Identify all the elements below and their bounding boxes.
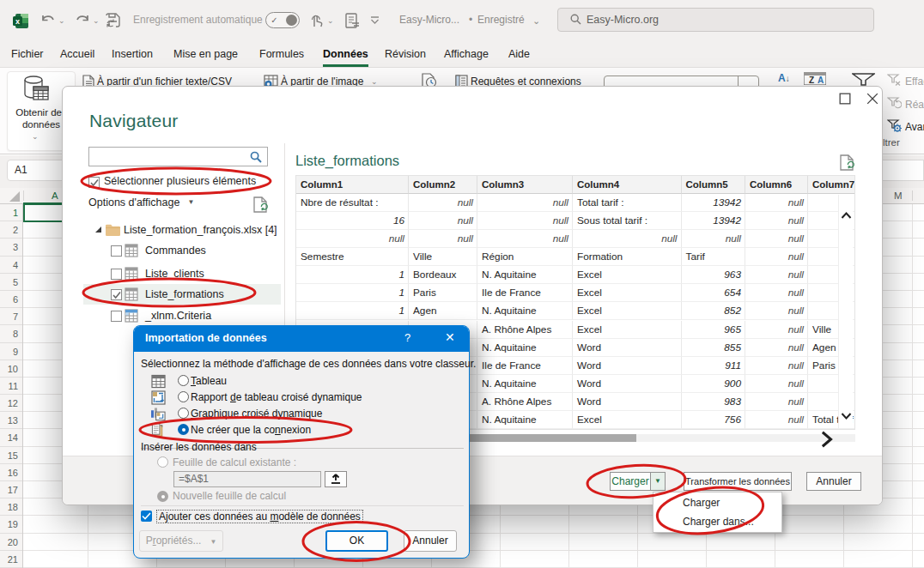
- preview-cell: Excel: [573, 284, 682, 302]
- row-header-21[interactable]: 21: [0, 551, 22, 568]
- filter-icon[interactable]: [852, 73, 875, 86]
- item-checkbox[interactable]: [111, 269, 122, 280]
- save-status[interactable]: Enregistré: [477, 14, 525, 26]
- transform-data-button[interactable]: Transformer les données: [684, 472, 792, 491]
- tree-expand-icon[interactable]: [94, 226, 102, 233]
- preview-vertical-scrollbar[interactable]: [838, 195, 853, 428]
- radio-new-sheet[interactable]: [157, 491, 168, 502]
- refresh-preview-icon-right[interactable]: [840, 154, 854, 171]
- advanced-filter-button[interactable]: Avancé: [905, 121, 924, 133]
- navigator-search-input[interactable]: [88, 147, 268, 166]
- refresh-preview-icon-left[interactable]: [253, 196, 268, 213]
- row-header-18[interactable]: 18: [0, 499, 22, 516]
- radio-pivot-chart-label: Graphique croisé dynamique: [191, 408, 322, 420]
- tab-révision[interactable]: Révision: [385, 48, 426, 64]
- row-header-11[interactable]: 11: [0, 378, 22, 395]
- row-header-13[interactable]: 13: [0, 412, 22, 429]
- scrollbar-thumb[interactable]: [465, 434, 636, 442]
- qat-customize-icon[interactable]: [370, 16, 380, 24]
- tab-aide[interactable]: Aide: [508, 48, 530, 64]
- row-header-17[interactable]: 17: [0, 481, 22, 499]
- import-options-group: Tableau Rapport de tableau croisé dynami…: [134, 326, 469, 341]
- radio-connection-only[interactable]: [178, 424, 189, 435]
- navigator-cancel-button[interactable]: Annuler: [806, 472, 861, 491]
- range-selector-button[interactable]: [325, 471, 347, 487]
- tab-mise-en-page[interactable]: Mise en page: [173, 48, 238, 64]
- import-cancel-button[interactable]: Annuler: [404, 530, 457, 552]
- preview-cell: 965: [682, 321, 746, 339]
- row-header-7[interactable]: 7: [0, 308, 22, 325]
- item-checkbox-checked[interactable]: [111, 289, 122, 300]
- item-checkbox[interactable]: [111, 245, 122, 257]
- display-options-dropdown[interactable]: Options d'affichage▼: [88, 196, 194, 208]
- row-header-8[interactable]: 8: [0, 325, 22, 342]
- sort-za-icon[interactable]: Z A: [804, 72, 826, 85]
- row-header-20[interactable]: 20: [0, 534, 22, 551]
- row-header-19[interactable]: 19: [0, 516, 22, 533]
- save-icon[interactable]: [106, 13, 121, 28]
- row-header-4[interactable]: 4: [0, 257, 22, 274]
- row-header-9[interactable]: 9: [0, 343, 22, 360]
- undo-icon[interactable]: [40, 13, 57, 27]
- range-input[interactable]: =$A$1: [173, 471, 321, 487]
- column-header-a[interactable]: A: [52, 190, 58, 201]
- print-preview-icon[interactable]: [344, 13, 359, 28]
- row-header-16[interactable]: 16: [0, 464, 22, 481]
- tab-fichier[interactable]: Fichier: [11, 48, 44, 64]
- tab-accueil[interactable]: Accueil: [60, 48, 94, 64]
- scroll-up-icon[interactable]: [841, 210, 852, 221]
- preview-cell: null: [745, 321, 808, 339]
- row-header-12[interactable]: 12: [0, 395, 22, 412]
- search-box[interactable]: Easy-Micro.org: [557, 8, 874, 32]
- row-header-15[interactable]: 15: [0, 447, 22, 464]
- radio-pivot-chart[interactable]: [178, 408, 189, 419]
- name-box[interactable]: A1: [7, 160, 65, 181]
- row-header-14[interactable]: 14: [0, 429, 22, 446]
- tab-affichage[interactable]: Affichage: [444, 48, 489, 64]
- select-all-corner[interactable]: [9, 191, 20, 202]
- menu-item-load[interactable]: Charger: [653, 493, 781, 512]
- tab-insertion[interactable]: Insertion: [112, 48, 153, 64]
- row-header-2[interactable]: 2: [0, 221, 22, 239]
- menu-item-load-to[interactable]: Charger dans...: [653, 512, 781, 531]
- load-button[interactable]: Charger: [610, 472, 650, 491]
- select-multiple-checkbox[interactable]: [88, 177, 100, 188]
- add-to-data-model-checkbox[interactable]: [141, 511, 152, 522]
- autosave-toggle[interactable]: ✓: [265, 12, 300, 28]
- radio-connection-only-label: Ne créer que la connexion: [191, 424, 311, 436]
- save-status-dropdown-icon[interactable]: ⌄: [532, 15, 540, 27]
- preview-cell: Région: [477, 248, 573, 266]
- row-header-3[interactable]: 3: [0, 239, 22, 256]
- row-header-10[interactable]: 10: [0, 360, 22, 378]
- table-icon: [125, 244, 138, 257]
- ok-button[interactable]: OK: [325, 530, 388, 552]
- row-header-6[interactable]: 6: [0, 291, 22, 308]
- touch-mode-icon[interactable]: [309, 14, 323, 27]
- column-header-m[interactable]: M: [894, 190, 903, 201]
- redo-icon[interactable]: [74, 13, 90, 27]
- undo-dropdown-icon[interactable]: ⌄: [58, 16, 65, 25]
- row-header-1[interactable]: 1: [0, 204, 22, 221]
- tree-item-label: Liste_clients: [145, 264, 204, 283]
- close-icon[interactable]: [863, 93, 882, 105]
- label-text: odèle de données: [278, 511, 360, 523]
- scroll-down-icon[interactable]: [841, 410, 852, 421]
- redo-dropdown-icon[interactable]: ⌄: [93, 16, 100, 25]
- maximize-icon[interactable]: [836, 93, 854, 105]
- load-split-arrow[interactable]: ▼: [650, 472, 666, 491]
- from-image-dropdown-icon[interactable]: ⌄: [371, 77, 378, 86]
- touch-mode-dropdown-icon[interactable]: ⌄: [327, 16, 334, 25]
- properties-button: Propriétés...▼: [139, 530, 223, 552]
- preview-cell: 1: [296, 266, 409, 284]
- expand-preview-icon[interactable]: [817, 430, 836, 449]
- row-header-5[interactable]: 5: [0, 274, 22, 291]
- preview-cell: null: [477, 230, 573, 248]
- tab-données[interactable]: Données: [323, 48, 368, 67]
- radio-pivot-table[interactable]: [178, 391, 189, 402]
- preview-cell: Ile de France: [477, 357, 573, 375]
- radio-table[interactable]: [178, 375, 189, 386]
- item-checkbox[interactable]: [111, 311, 122, 322]
- sort-az-icon[interactable]: A↓: [778, 72, 790, 84]
- tab-formules[interactable]: Formules: [259, 48, 304, 64]
- radio-existing-sheet[interactable]: [157, 456, 168, 468]
